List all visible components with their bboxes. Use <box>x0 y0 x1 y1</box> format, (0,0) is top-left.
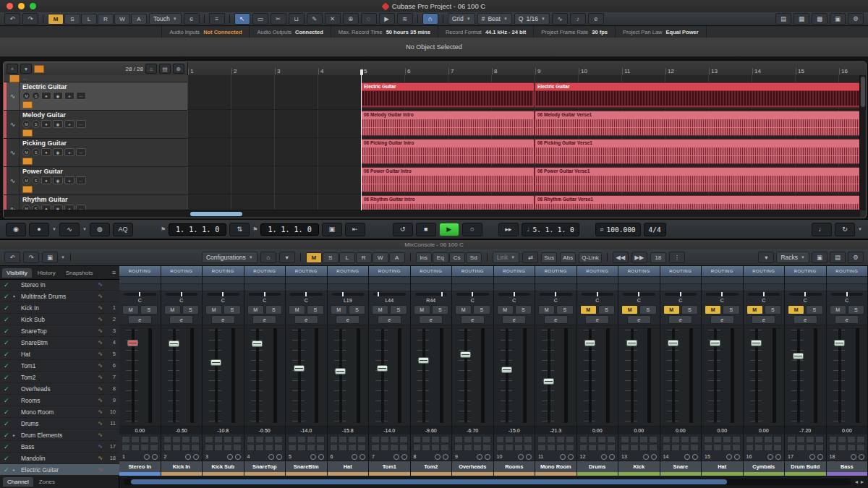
audio-event[interactable]: 06 Power Guitar Intro <box>361 167 535 192</box>
link-dropdown[interactable]: Link▼ <box>493 252 520 263</box>
solo-button[interactable]: S <box>806 305 822 314</box>
channel-function-button[interactable] <box>390 444 399 451</box>
channel-function-button[interactable] <box>806 436 814 443</box>
channel-name-label[interactable]: Hat <box>702 461 743 472</box>
channel-function-button[interactable] <box>431 436 440 443</box>
channel-function-button[interactable] <box>649 436 658 443</box>
routing-rack-header[interactable]: ROUTING <box>618 266 660 277</box>
zoom-palette-icon[interactable]: ▾ <box>758 252 774 263</box>
check-icon[interactable]: ✓ <box>4 385 10 393</box>
channel-function-button[interactable] <box>704 444 712 451</box>
edit-channel-button[interactable]: e <box>502 315 526 324</box>
fader-handle[interactable] <box>626 340 637 346</box>
track-monitor-button[interactable]: ◉ <box>53 148 63 156</box>
channel-function-button[interactable] <box>856 436 865 443</box>
channel-function-button[interactable] <box>399 436 408 443</box>
channel-function-button[interactable] <box>255 444 264 451</box>
channel-function-button[interactable] <box>732 436 741 443</box>
automation-R-button[interactable]: R <box>98 14 114 25</box>
routing-rack-header[interactable]: ROUTING <box>244 266 286 277</box>
channel-function-button[interactable] <box>723 444 731 451</box>
automation-W-button[interactable]: W <box>114 14 130 25</box>
stop-button[interactable]: ■ <box>416 223 436 236</box>
channel-function-button[interactable] <box>514 436 523 443</box>
channel-function-button[interactable] <box>537 436 546 443</box>
check-icon[interactable]: ✓ <box>4 466 10 474</box>
channel-function-button[interactable] <box>681 436 689 443</box>
track-row[interactable]: ∿ Electric Guitar M S ● ◉ e ⋯ <box>4 82 187 111</box>
track-edit-button[interactable]: e <box>64 120 75 128</box>
routing-rack-header[interactable]: ROUTING <box>452 266 493 277</box>
track-row[interactable]: ∿ Picking Guitar M S ● ◉ e ⋯ <box>4 139 187 167</box>
quantize-dropdown[interactable]: Q 1/16▼ <box>514 13 550 25</box>
channel-function-button[interactable] <box>413 444 422 451</box>
channel-function-button[interactable] <box>297 436 306 443</box>
tab-zones[interactable]: Zones <box>35 477 59 487</box>
tab-visibility[interactable]: Visibility <box>2 268 32 278</box>
visibility-item[interactable]: ✓ ▾ Multitrack Drums ∿ <box>0 291 119 302</box>
solo-button[interactable]: S <box>598 305 615 314</box>
check-icon[interactable]: ✓ <box>4 397 10 404</box>
lock-icon[interactable]: ▣ <box>322 223 342 236</box>
channel-function-button[interactable] <box>713 444 722 451</box>
audio-event[interactable]: 06 Melody Guitar Intro <box>361 111 535 136</box>
audio-event[interactable]: 06 Power Guitar Verse1 <box>535 167 860 192</box>
channel-function-button[interactable] <box>150 444 158 451</box>
edit-channel-button[interactable]: e <box>752 315 775 324</box>
input-routing-slot[interactable] <box>660 277 702 284</box>
fader-handle[interactable] <box>210 359 221 366</box>
edit-channel-button[interactable]: e <box>544 315 568 324</box>
channel-name-label[interactable]: Bass <box>827 461 868 472</box>
pan-control[interactable] <box>702 291 743 297</box>
track-record-button[interactable]: ● <box>41 176 51 184</box>
split-tool-icon[interactable]: ✂ <box>271 13 286 25</box>
check-icon[interactable]: ✓ <box>4 374 10 381</box>
undo-icon[interactable]: ↶ <box>4 13 20 25</box>
pan-control[interactable] <box>535 291 576 297</box>
fader-handle[interactable] <box>460 351 471 358</box>
fader-handle[interactable] <box>169 341 179 347</box>
setup-menu-icon[interactable]: ≡ <box>209 13 225 25</box>
rack-cs-button[interactable]: Cs <box>449 252 465 263</box>
solo-button[interactable]: S <box>140 305 157 314</box>
expand-arrow-icon[interactable]: ▸ <box>13 467 18 472</box>
channel-function-button[interactable] <box>441 444 449 451</box>
fader-handle[interactable] <box>584 340 595 346</box>
quantize-panel-icon[interactable]: ♪ <box>570 13 586 25</box>
channel-function-button[interactable] <box>505 444 514 451</box>
channel-function-button[interactable] <box>588 444 597 451</box>
channel-name-label[interactable]: Mono Room <box>535 461 576 472</box>
channel-function-button[interactable] <box>339 436 347 443</box>
fader-handle[interactable] <box>501 367 512 373</box>
channel-function-button[interactable] <box>339 444 347 451</box>
routing-rack-header[interactable]: ROUTING <box>161 266 203 277</box>
workspace-layout-2-icon[interactable]: ▦ <box>793 13 809 25</box>
edit-channel-button[interactable]: e <box>294 315 318 324</box>
mute-button[interactable]: M <box>621 305 638 314</box>
visibility-item[interactable]: ✓ Mandolin ∿ 18 <box>0 453 119 464</box>
channel-function-button[interactable] <box>847 444 856 451</box>
secondary-time-display[interactable]: 1. 1. 1. 0 <box>260 223 318 236</box>
check-icon[interactable]: ✓ <box>4 455 10 462</box>
toolbar-setup-gear-icon[interactable]: ⚙ <box>848 13 864 25</box>
channel-function-button[interactable] <box>288 444 297 451</box>
track-monitor-button[interactable]: ◉ <box>53 120 63 128</box>
pan-control[interactable] <box>161 291 203 297</box>
check-icon[interactable]: ✓ <box>4 316 10 323</box>
channel-function-button[interactable] <box>754 436 763 443</box>
channel-function-button[interactable] <box>274 436 283 443</box>
channel-function-button[interactable] <box>547 444 556 451</box>
mute-button[interactable]: M <box>247 305 264 314</box>
channel-function-button[interactable] <box>607 436 616 443</box>
scroll-left-icon[interactable]: ◂ <box>855 479 858 485</box>
absolute-button[interactable]: Abs <box>560 252 576 263</box>
workspace-layout-1-icon[interactable]: ▤ <box>775 13 791 25</box>
check-icon[interactable]: ✓ <box>4 420 10 427</box>
workspace-layout-4-icon[interactable]: ▣ <box>830 13 846 25</box>
channel-function-button[interactable] <box>671 444 680 451</box>
output-routing-slot[interactable] <box>161 284 203 291</box>
edit-channel-button[interactable]: e <box>585 315 609 324</box>
channel-name-label[interactable]: Drum Build <box>785 461 826 472</box>
track-solo-button[interactable]: S <box>32 120 40 128</box>
track-part-indicator[interactable] <box>22 129 33 137</box>
